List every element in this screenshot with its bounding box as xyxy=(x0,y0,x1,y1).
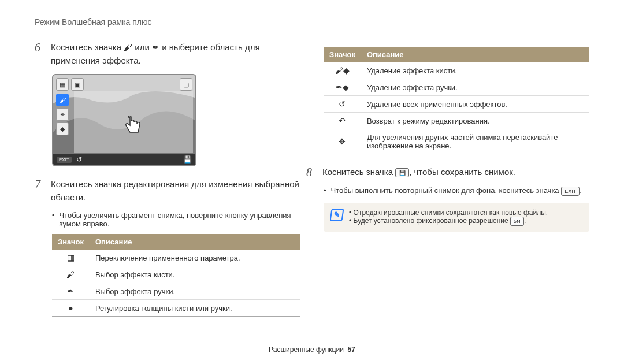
brush-effect-icon: 🖌 xyxy=(52,266,90,283)
table-row: ✒◆Удаление эффекта ручки. xyxy=(324,79,589,96)
note-line: Отредактированные снимки сохраняются как… xyxy=(349,209,548,217)
table-row: ✥Для увеличения других частей снимка пер… xyxy=(324,129,589,154)
save-icon[interactable]: 💾 xyxy=(183,155,192,164)
note-line: Будет установлено фиксированное разрешен… xyxy=(349,217,548,226)
right-column: ЗначокОписание 🖌◆Удаление эффекта кисти.… xyxy=(324,41,589,328)
brush-icon: 🖌 xyxy=(124,42,132,52)
table-row: 🖌Выбор эффекта кисти. xyxy=(52,266,300,283)
touch-hand-icon xyxy=(120,113,145,143)
table-row: 🖌◆Удаление эффекта кисти. xyxy=(324,62,589,79)
step-text: Коснитесь значка 💾, чтобы сохранить сним… xyxy=(322,166,515,179)
undo-all-icon: ↺ xyxy=(324,96,361,113)
exit-button[interactable]: EXIT xyxy=(57,157,72,163)
step-text: Коснитесь значка редактирования для изме… xyxy=(51,178,300,204)
toggle-icon[interactable]: ▦ xyxy=(56,78,69,91)
table-row: ↺Удаление всех примененных эффектов. xyxy=(324,96,589,113)
resolution-badge-icon: 5ᴍ xyxy=(510,217,524,226)
note-box: ✎ Отредактированные снимки сохраняются к… xyxy=(324,203,589,232)
return-edit-icon: ↶ xyxy=(324,113,361,129)
step-text: Коснитесь значка 🖌 или ✒ и выберите обла… xyxy=(51,41,300,67)
step-bullet: Чтобы выполнить повторный снимок для фон… xyxy=(324,186,589,196)
page-footer: Расширенные функции 57 xyxy=(0,346,624,354)
erase-pen-icon: ✒◆ xyxy=(324,79,361,96)
toggle-param-icon: ▦ xyxy=(52,250,90,266)
th-desc: Описание xyxy=(90,234,300,250)
th-desc: Описание xyxy=(361,47,589,62)
step-8: 8 Коснитесь значка 💾, чтобы сохранить сн… xyxy=(306,166,589,179)
table-row: ↶Возврат к режиму редактирования. xyxy=(324,113,589,129)
table-row: ✒Выбор эффекта ручки. xyxy=(52,283,300,300)
step-number: 8 xyxy=(306,166,317,179)
left-column: 6 Коснитесь значка 🖌 или ✒ и выберите об… xyxy=(35,41,300,328)
page-header: Режим Волшебная рамка плюс xyxy=(35,17,589,27)
step-number: 7 xyxy=(35,178,45,204)
thickness-icon: ● xyxy=(52,300,90,317)
save-disk-icon: 💾 xyxy=(395,168,409,177)
edit-frame-icon[interactable]: ▣ xyxy=(71,78,84,91)
undo-icon[interactable]: ↺ xyxy=(76,155,82,164)
th-icon: Значок xyxy=(52,234,90,250)
eraser-tool-icon[interactable]: ◆ xyxy=(56,122,69,135)
icon-table-2: ЗначокОписание 🖌◆Удаление эффекта кисти.… xyxy=(324,47,589,154)
note-info-icon: ✎ xyxy=(329,209,344,221)
erase-brush-icon: 🖌◆ xyxy=(324,62,361,79)
device-screenshot: ▦ ▣ ▢ 🖌 ✒ ◆ EXIT ↺ 💾 xyxy=(52,74,196,166)
step-bullet: Чтобы увеличить фрагмент снимка, поверни… xyxy=(52,211,300,228)
th-icon: Значок xyxy=(324,47,361,62)
icon-table-1: ЗначокОписание ▦Переключение примененног… xyxy=(52,234,300,317)
step-7: 7 Коснитесь значка редактирования для из… xyxy=(35,178,300,204)
frame-icon[interactable]: ▢ xyxy=(180,78,192,91)
pen-icon: ✒ xyxy=(152,42,159,52)
pen-effect-icon: ✒ xyxy=(52,283,90,300)
brush-tool-icon[interactable]: 🖌 xyxy=(56,94,69,106)
table-row: ▦Переключение примененного параметра. xyxy=(52,250,300,266)
pen-tool-icon[interactable]: ✒ xyxy=(56,108,69,121)
step-number: 6 xyxy=(35,41,45,67)
pan-icon: ✥ xyxy=(324,129,361,154)
step-6: 6 Коснитесь значка 🖌 или ✒ и выберите об… xyxy=(35,41,300,67)
exit-badge-icon: EXIT xyxy=(561,187,580,196)
table-row: ●Регулировка толщины кисти или ручки. xyxy=(52,300,300,317)
